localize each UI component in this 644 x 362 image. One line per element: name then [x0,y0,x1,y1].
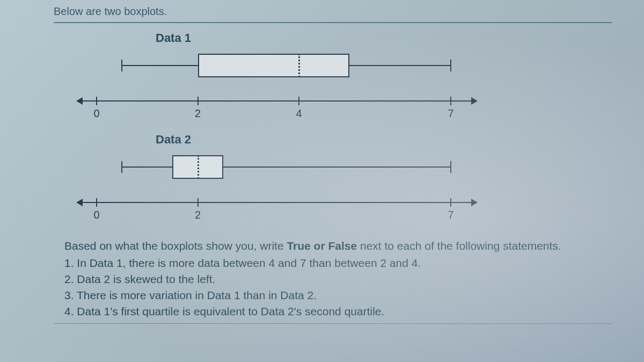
whisker-left [122,65,197,66]
prompt-pre: Based on what the boxplots show you, wri… [64,240,287,252]
separator [54,22,612,23]
axis-arrow-right-icon [471,199,478,206]
question-2: 2. Data 2 is skewed to the left. [64,273,601,286]
tick [96,97,97,105]
median-line [298,54,300,77]
median-line [197,155,199,179]
boxplot2-label: Data 2 [156,133,526,147]
whisker-cap-min [121,161,122,173]
tick [450,97,451,105]
axis2: 027 [97,194,472,221]
prompt-bold: True or False [287,240,357,252]
whisker-cap-max [450,161,451,173]
whisker-cap-max [450,60,451,71]
axis-arrow-left-icon [76,199,83,206]
tick-label: 2 [195,209,201,221]
whisker-right [223,166,451,168]
axis1: 0247 [97,92,472,119]
tick [197,97,199,105]
question-1: 1. In Data 1, there is more data between… [64,257,601,270]
whisker-cap-min [121,60,122,71]
boxplot1-label: Data 1 [156,31,526,45]
tick-label: 0 [93,107,99,120]
tick-label: 4 [296,107,302,120]
prompt-post: next to each of the following statements… [357,240,561,252]
tick [298,97,299,105]
question-3: 3. There is more variation in Data 1 tha… [64,289,601,302]
question-prompt: Based on what the boxplots show you, wri… [64,240,601,252]
axis-line [80,100,472,102]
instruction-text: Below are two boxplots. [54,5,612,18]
question-4: 4. Data 1's first quartile is equivalent… [64,305,601,318]
tick [450,198,451,207]
chart-area: Data 1 0247 Data 2 027 [54,28,526,226]
bottom-border [54,323,612,324]
axis-arrow-right-icon [471,97,478,105]
tick-label: 7 [448,209,453,221]
question-area: Based on what the boxplots show you, wri… [54,240,612,318]
tick-label: 0 [93,209,99,221]
axis-arrow-left-icon [76,97,83,105]
whisker-left [122,166,172,168]
iqr-box [198,54,350,77]
tick-label: 7 [448,107,453,120]
tick [96,198,97,207]
tick [197,198,199,207]
boxplot1 [97,49,472,82]
whisker-right [349,65,451,66]
axis-line [80,202,472,203]
tick-label: 2 [195,107,201,120]
boxplot2 [97,151,472,183]
